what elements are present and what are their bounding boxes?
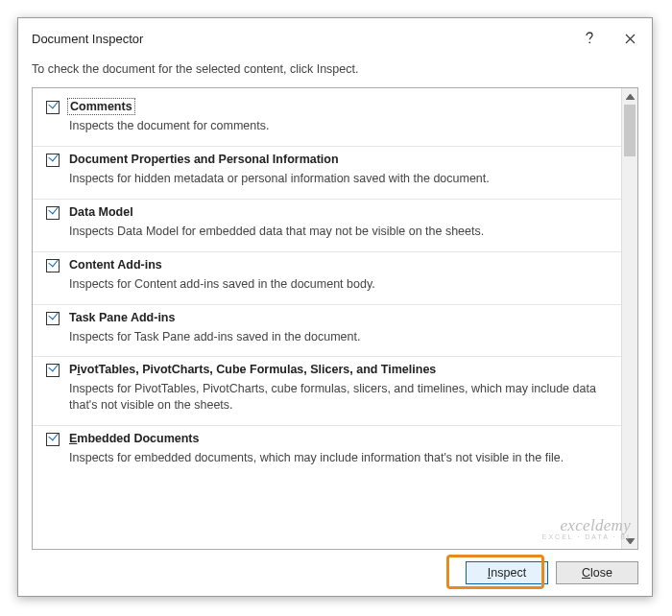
dialog-subtext: To check the document for the selected c… — [18, 57, 652, 87]
option-checkbox[interactable] — [46, 206, 60, 220]
option-desc: Inspects for Content add-ins saved in th… — [69, 276, 610, 293]
option-desc: Inspects for embedded documents, which m… — [69, 450, 610, 466]
option-checkbox[interactable] — [46, 154, 60, 167]
scrollbar[interactable] — [621, 88, 637, 549]
option-item: Data ModelInspects Data Model for embedd… — [33, 200, 621, 249]
close-button[interactable]: Close — [556, 561, 638, 584]
option-checkbox[interactable] — [46, 364, 60, 377]
option-desc: Inspects for Task Pane add-ins saved in … — [69, 329, 610, 345]
option-item: Content Add-insInspects for Content add-… — [33, 252, 621, 302]
option-title: Embedded Documents — [69, 432, 199, 445]
option-checkbox[interactable] — [46, 312, 60, 325]
help-button[interactable] — [569, 26, 610, 51]
option-title: Task Pane Add-ins — [69, 311, 175, 324]
option-title: Document Properties and Personal Informa… — [69, 153, 339, 166]
inspect-button[interactable]: Inspect — [466, 561, 548, 584]
option-item: Embedded DocumentsInspects for embedded … — [33, 426, 621, 476]
inspection-options-pane: CommentsInspects the document for commen… — [32, 87, 638, 550]
scroll-up-button[interactable] — [622, 88, 638, 105]
dialog-title: Document Inspector — [32, 32, 569, 46]
close-window-button[interactable] — [610, 26, 650, 51]
svg-point-0 — [588, 42, 590, 44]
options-list: CommentsInspects the document for commen… — [33, 88, 621, 549]
option-desc: Inspects Data Model for embedded data th… — [69, 224, 610, 240]
option-item: Task Pane Add-insInspects for Task Pane … — [33, 305, 621, 355]
option-item: Document Properties and Personal Informa… — [33, 147, 621, 197]
option-item: PivotTables, PivotCharts, Cube Formulas,… — [33, 357, 621, 423]
option-title: PivotTables, PivotCharts, Cube Formulas,… — [69, 363, 436, 376]
option-desc: Inspects for hidden metadata or personal… — [69, 171, 610, 187]
watermark: exceldemy EXCEL · DATA · BI — [542, 517, 631, 540]
option-item: CommentsInspects the document for commen… — [33, 94, 621, 144]
option-title: Data Model — [69, 205, 133, 219]
dialog-footer: Inspect Close — [18, 550, 652, 596]
option-checkbox[interactable] — [46, 259, 60, 272]
titlebar: Document Inspector — [18, 18, 652, 57]
option-title: Content Add-ins — [69, 258, 162, 272]
option-desc: Inspects the document for comments. — [69, 118, 610, 134]
option-desc: Inspects for PivotTables, PivotCharts, c… — [69, 381, 610, 414]
option-title: Comments — [69, 100, 133, 113]
scroll-thumb[interactable] — [624, 105, 636, 156]
document-inspector-dialog: Document Inspector To check the document… — [17, 17, 653, 597]
option-checkbox[interactable] — [46, 101, 60, 114]
option-checkbox[interactable] — [46, 433, 60, 446]
